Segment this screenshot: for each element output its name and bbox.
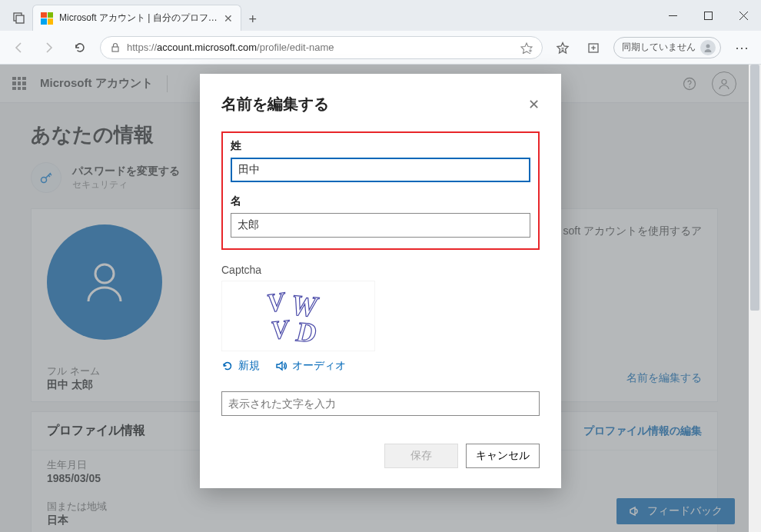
first-name-input[interactable] bbox=[231, 213, 530, 238]
more-menu-button[interactable]: ⋯ bbox=[730, 39, 753, 56]
highlighted-name-fields: 姓 名 bbox=[221, 131, 540, 250]
sync-label: 同期していません bbox=[622, 41, 696, 54]
svg-rect-3 bbox=[704, 12, 712, 19]
browser-tab[interactable]: Microsoft アカウント | 自分のプロフ… ✕ bbox=[32, 5, 241, 31]
modal-title: 名前を編集する bbox=[221, 94, 329, 115]
captcha-input[interactable] bbox=[221, 391, 540, 416]
last-name-label: 姓 bbox=[231, 139, 530, 153]
maximize-button[interactable] bbox=[690, 0, 726, 31]
first-name-label: 名 bbox=[231, 195, 530, 208]
microsoft-favicon-icon bbox=[41, 12, 53, 25]
refresh-icon bbox=[221, 360, 234, 372]
scrollbar[interactable] bbox=[749, 65, 761, 532]
cancel-button[interactable]: キャンセル bbox=[466, 444, 540, 468]
svg-rect-1 bbox=[16, 15, 24, 23]
svg-text:V: V bbox=[265, 287, 288, 318]
window-controls bbox=[655, 0, 761, 31]
lock-icon bbox=[110, 42, 121, 53]
tab-close-icon[interactable]: ✕ bbox=[224, 12, 233, 25]
modal-close-button[interactable]: ✕ bbox=[528, 96, 540, 113]
back-button[interactable] bbox=[8, 37, 29, 58]
favorites-button[interactable] bbox=[552, 37, 573, 58]
forward-button[interactable] bbox=[38, 37, 60, 58]
url-text: https://account.microsoft.com/profile/ed… bbox=[127, 42, 334, 53]
captcha-label: Captcha bbox=[221, 264, 540, 276]
save-button[interactable]: 保存 bbox=[384, 444, 458, 468]
tab-title: Microsoft アカウント | 自分のプロフ… bbox=[59, 12, 218, 25]
address-bar: https://account.microsoft.com/profile/ed… bbox=[0, 31, 761, 65]
profile-sync-pill[interactable]: 同期していません bbox=[613, 37, 721, 58]
favorite-icon[interactable] bbox=[520, 42, 533, 54]
audio-icon bbox=[275, 360, 287, 372]
url-input[interactable]: https://account.microsoft.com/profile/ed… bbox=[100, 36, 543, 59]
last-name-input[interactable] bbox=[231, 158, 530, 182]
edit-name-modal: 名前を編集する ✕ 姓 名 Captcha V W V D 新規 オーディオ bbox=[200, 74, 561, 488]
close-window-button[interactable] bbox=[726, 0, 761, 31]
svg-point-9 bbox=[706, 44, 710, 48]
captcha-refresh-link[interactable]: 新規 bbox=[221, 359, 260, 373]
tab-manager-icon[interactable] bbox=[6, 5, 32, 31]
collections-button[interactable] bbox=[583, 37, 604, 58]
svg-text:D: D bbox=[294, 316, 317, 348]
browser-tab-strip: Microsoft アカウント | 自分のプロフ… ✕ + bbox=[0, 0, 761, 31]
refresh-button[interactable] bbox=[69, 37, 91, 58]
captcha-image: V W V D bbox=[221, 281, 375, 351]
minimize-button[interactable] bbox=[655, 0, 690, 31]
scroll-thumb[interactable] bbox=[750, 65, 759, 311]
svg-rect-6 bbox=[112, 47, 118, 52]
svg-text:V: V bbox=[270, 314, 292, 344]
captcha-audio-link[interactable]: オーディオ bbox=[275, 359, 346, 373]
new-tab-button[interactable]: + bbox=[241, 8, 264, 31]
profile-avatar-icon bbox=[700, 40, 716, 55]
